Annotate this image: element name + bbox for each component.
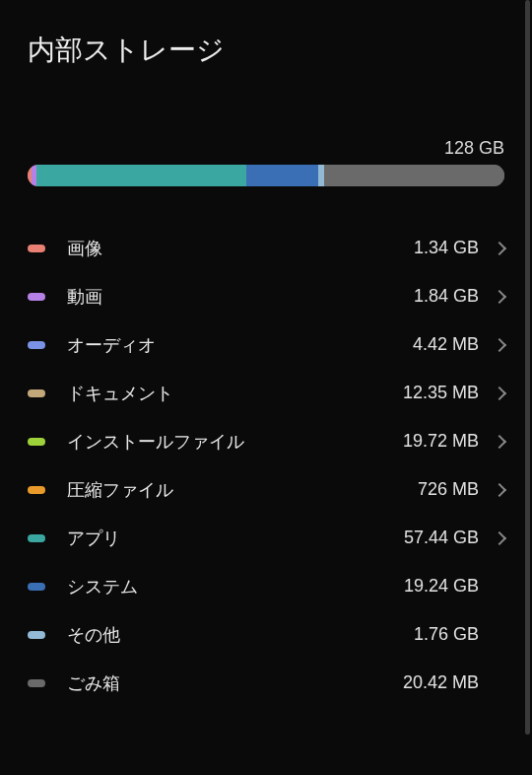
- category-label: システム: [67, 575, 404, 599]
- category-size: 1.84 GB: [414, 286, 479, 307]
- chevron-right-icon: [493, 482, 506, 496]
- color-pill-icon: [28, 389, 45, 397]
- category-size: 57.44 GB: [404, 528, 479, 548]
- category-row-videos[interactable]: 動画1.84 GB: [28, 272, 504, 320]
- category-size: 4.42 MB: [413, 334, 479, 355]
- color-pill-icon: [28, 245, 45, 252]
- category-label: 動画: [67, 285, 414, 309]
- chevron-right-icon: [493, 337, 506, 351]
- bar-segment-apps: [36, 165, 246, 186]
- category-size: 1.34 GB: [414, 238, 479, 258]
- category-size: 20.42 MB: [403, 672, 479, 693]
- category-size: 12.35 MB: [403, 383, 479, 403]
- color-pill-icon: [28, 486, 45, 494]
- category-row-audio[interactable]: オーディオ4.42 MB: [28, 320, 504, 369]
- color-pill-icon: [28, 679, 45, 687]
- category-size: 726 MB: [418, 479, 479, 500]
- color-pill-icon: [28, 438, 45, 446]
- total-capacity-label: 128 GB: [0, 69, 532, 165]
- page-title: 内部ストレージ: [0, 0, 532, 69]
- category-size: 19.24 GB: [404, 576, 479, 597]
- bar-segment-system: [246, 165, 318, 186]
- color-pill-icon: [28, 583, 45, 591]
- category-label: 圧縮ファイル: [67, 478, 418, 502]
- bar-segment-other: [318, 165, 325, 186]
- color-pill-icon: [28, 341, 45, 349]
- scrollbar[interactable]: [525, 0, 530, 735]
- category-size: 19.72 MB: [403, 431, 479, 452]
- chevron-right-icon: [493, 386, 506, 399]
- category-label: アプリ: [67, 527, 404, 550]
- category-row-install[interactable]: インストールファイル19.72 MB: [28, 417, 504, 465]
- category-size: 1.76 GB: [414, 624, 479, 645]
- category-row-documents[interactable]: ドキュメント12.35 MB: [28, 369, 504, 417]
- storage-usage-bar: [28, 165, 504, 186]
- category-row-apps[interactable]: アプリ57.44 GB: [28, 514, 504, 562]
- color-pill-icon: [28, 293, 45, 301]
- category-label: ごみ箱: [67, 671, 403, 695]
- bar-segment-free: [324, 165, 503, 186]
- chevron-right-icon: [493, 530, 506, 544]
- category-row-system: システム19.24 GB: [28, 562, 504, 610]
- color-pill-icon: [28, 534, 45, 542]
- category-list: 画像1.34 GB動画1.84 GBオーディオ4.42 MBドキュメント12.3…: [0, 224, 532, 707]
- color-pill-icon: [28, 631, 45, 639]
- chevron-right-icon: [493, 289, 506, 303]
- category-label: ドキュメント: [67, 382, 403, 405]
- category-label: インストールファイル: [67, 430, 403, 454]
- chevron-right-icon: [493, 241, 506, 254]
- category-label: その他: [67, 623, 414, 647]
- category-label: オーディオ: [67, 333, 413, 357]
- category-label: 画像: [67, 237, 414, 260]
- category-row-compressed[interactable]: 圧縮ファイル726 MB: [28, 465, 504, 514]
- category-row-trash: ごみ箱20.42 MB: [28, 659, 504, 707]
- chevron-right-icon: [493, 434, 506, 448]
- category-row-other: その他1.76 GB: [28, 610, 504, 659]
- category-row-images[interactable]: 画像1.34 GB: [28, 224, 504, 272]
